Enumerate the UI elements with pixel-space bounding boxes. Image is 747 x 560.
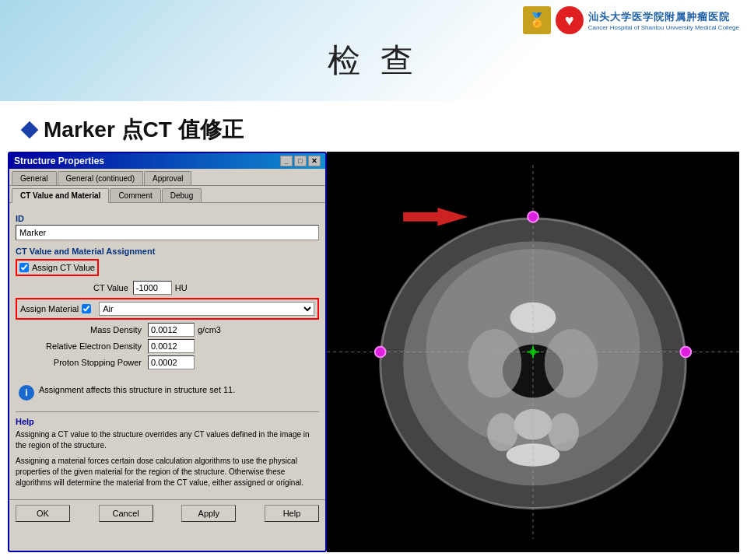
content-area: Structure Properties _ □ ✕ General Gener… xyxy=(8,152,739,552)
assign-material-label: Assign Material xyxy=(20,304,79,313)
assign-material-row: Assign Material Air Water Bone Lung xyxy=(16,298,319,320)
id-section-label: ID xyxy=(16,214,319,223)
help-text1: Assigning a CT value to the structure ov… xyxy=(16,429,319,451)
cancel-button[interactable]: Cancel xyxy=(99,505,153,522)
minimize-button[interactable]: _ xyxy=(280,156,293,166)
ct-section-header: CT Value and Material Assignment xyxy=(16,247,319,256)
ct-unit: HU xyxy=(175,283,188,292)
logo-heart: ♥ xyxy=(556,6,584,34)
hospital-text: 汕头大学医学院附属肿瘤医院 Cancer Hospital of Shantou… xyxy=(588,10,739,31)
dialog-tabs-row2: CT Value and Material Comment Debug xyxy=(9,186,325,203)
material-select[interactable]: Air Water Bone Lung xyxy=(99,302,314,316)
hospital-logo: 🏅 ♥ 汕头大学医学院附属肿瘤医院 Cancer Hospital of Sha… xyxy=(523,6,739,34)
titlebar-buttons: _ □ ✕ xyxy=(280,156,321,166)
svg-point-17 xyxy=(680,347,691,358)
mass-density-unit: g/cm3 xyxy=(198,325,221,334)
tab-debug[interactable]: Debug xyxy=(162,188,202,202)
id-input[interactable] xyxy=(16,225,319,240)
proton-input[interactable] xyxy=(148,355,195,369)
help-text2: Assigning a material forces certain dose… xyxy=(16,456,319,488)
help-title: Help xyxy=(16,417,319,426)
svg-point-11 xyxy=(549,413,579,451)
close-button[interactable]: ✕ xyxy=(308,156,321,166)
hospital-name-cn: 汕头大学医学院附属肿瘤医院 xyxy=(588,10,739,24)
rel-electron-label: Relative Electron Density xyxy=(23,341,148,351)
logo-emblem: 🏅 xyxy=(523,6,551,34)
ct-image-area xyxy=(327,152,739,552)
mass-density-label: Mass Density xyxy=(23,325,148,334)
maximize-button[interactable]: □ xyxy=(294,156,307,166)
svg-point-10 xyxy=(487,413,517,451)
bullet-line: Marker 点CT 值修正 xyxy=(23,115,244,145)
svg-point-15 xyxy=(528,212,538,222)
assign-ct-value-box: Assign CT Value xyxy=(16,259,99,276)
svg-rect-22 xyxy=(403,212,441,222)
ct-value-row: CT Value HU xyxy=(16,281,319,295)
tab-ct-value-material[interactable]: CT Value and Material xyxy=(12,188,109,203)
help-button[interactable]: Help xyxy=(265,505,319,522)
info-icon: i xyxy=(19,385,34,401)
dialog-body: ID CT Value and Material Assignment Assi… xyxy=(9,203,325,499)
structure-properties-dialog: Structure Properties _ □ ✕ General Gener… xyxy=(8,152,327,552)
dialog-footer: OK Cancel Apply Help xyxy=(9,499,325,527)
svg-point-7 xyxy=(468,329,522,397)
dialog-title: Structure Properties xyxy=(14,156,104,166)
help-section: Help Assigning a CT value to the structu… xyxy=(16,411,319,488)
apply-button[interactable]: Apply xyxy=(181,505,236,522)
proton-label: Proton Stopping Power xyxy=(23,358,148,367)
info-text: Assignment affects this structure in str… xyxy=(39,385,235,394)
mass-density-row: Mass Density g/cm3 xyxy=(16,323,319,337)
proton-row: Proton Stopping Power xyxy=(16,355,319,369)
rel-electron-row: Relative Electron Density xyxy=(16,339,319,353)
hospital-name-en: Cancer Hospital of Shantou University Me… xyxy=(588,24,739,31)
ct-value-label: CT Value xyxy=(93,283,128,292)
ct-scan-display xyxy=(327,152,739,552)
assign-ct-checkbox[interactable] xyxy=(19,263,29,272)
svg-point-16 xyxy=(375,347,386,358)
info-box: i Assignment affects this structure in s… xyxy=(16,382,319,404)
tab-general-continued[interactable]: General (continued) xyxy=(58,171,143,185)
tab-general[interactable]: General xyxy=(12,171,57,185)
svg-point-8 xyxy=(545,329,598,397)
assign-ct-label: Assign CT Value xyxy=(32,263,95,272)
dialog-titlebar: Structure Properties _ □ ✕ xyxy=(9,153,325,169)
rel-electron-input[interactable] xyxy=(148,339,195,353)
ct-scan-svg xyxy=(327,152,739,552)
tab-approval[interactable]: Approval xyxy=(144,171,191,185)
ok-button[interactable]: OK xyxy=(16,505,70,522)
ct-value-input[interactable] xyxy=(133,281,172,295)
tab-comment[interactable]: Comment xyxy=(110,188,160,202)
mass-density-input[interactable] xyxy=(148,323,195,337)
assign-material-checkbox[interactable] xyxy=(82,304,91,313)
bullet-diamond-icon xyxy=(21,121,39,139)
dialog-tabs-row1: General General (continued) Approval xyxy=(9,169,325,186)
page-title: 检 查 xyxy=(0,39,747,82)
bullet-label: Marker 点CT 值修正 xyxy=(44,115,244,145)
